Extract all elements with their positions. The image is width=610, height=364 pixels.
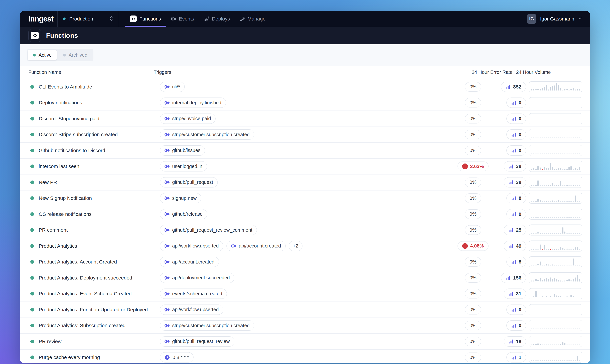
sparkline-bar	[556, 122, 557, 122]
sparkline-bar	[546, 217, 547, 218]
volume-value: 31	[516, 291, 521, 297]
sparkline-bar	[554, 328, 555, 329]
status-dot-icon	[30, 117, 34, 120]
sparkline-bar	[542, 249, 543, 250]
sparkline-bar	[556, 217, 557, 218]
volume-sparkline-chart	[529, 352, 582, 363]
volume-badge: 1	[506, 352, 526, 363]
event-trigger-badge: internal.deploy.finished	[160, 98, 226, 108]
sparkline-bar	[564, 249, 566, 250]
app-window: inngest Production Functions Events	[20, 11, 590, 363]
sparkline-bar	[542, 328, 543, 329]
sparkline-bar	[550, 138, 551, 138]
table-row[interactable]: CLI Events to Amplitude cli/* 0% 852	[20, 79, 590, 95]
sparkline-bar	[556, 154, 557, 154]
extra-triggers-badge[interactable]: +2	[289, 241, 302, 251]
sparkline-bar	[558, 200, 559, 202]
sparkline-bar	[548, 249, 549, 250]
sparkline-bar	[562, 360, 563, 361]
table-row[interactable]: Product Analytics: Account Created api/a…	[20, 254, 590, 270]
sparkline-bar	[564, 328, 566, 329]
sparkline-bar	[562, 297, 563, 297]
sparkline-bar	[575, 154, 576, 154]
sparkline-bar	[554, 360, 555, 361]
volume-sparkline-chart	[529, 81, 582, 92]
sparkline-bar	[535, 201, 537, 202]
error-rate-badge: !2.63%	[458, 161, 488, 171]
trigger-list: stripe/customer.subscription.created	[160, 129, 450, 140]
sparkline-bar	[552, 86, 553, 91]
sparkline-bar	[570, 233, 572, 234]
sparkline-bar	[543, 344, 545, 345]
trigger-label: events/schema.created	[172, 291, 222, 297]
sparkline-bar	[531, 265, 532, 265]
volume-value: 38	[516, 180, 521, 185]
table-row[interactable]: OS release notifications github/release …	[20, 206, 590, 222]
sparkline-bar	[531, 138, 532, 138]
sparkline-bar	[556, 233, 557, 234]
sparkline-bar	[543, 217, 545, 218]
tab-manage[interactable]: Manage	[235, 11, 271, 27]
sparkline-bar	[550, 360, 551, 361]
tab-functions[interactable]: Functions	[125, 11, 166, 27]
volume-sparkline-chart	[529, 193, 582, 204]
sparkline-bar	[554, 344, 555, 345]
table-row[interactable]: Github notifications to Discord github/i…	[20, 143, 590, 159]
user-menu[interactable]: IG Igor Gassmann	[527, 11, 583, 27]
tab-events[interactable]: Events	[166, 11, 199, 27]
table-row[interactable]: Product Analytics: Function Updated or D…	[20, 302, 590, 318]
table-row[interactable]: intercom last seen user.logged.in !2.63%…	[20, 159, 590, 175]
table-row[interactable]: Deploy notifications internal.deploy.fin…	[20, 95, 590, 111]
volume-badge: 31	[504, 288, 526, 299]
code-icon	[130, 15, 137, 22]
table-row[interactable]: New PR github/pull_request 0% 38	[20, 174, 590, 191]
functions-icon-button[interactable]	[28, 29, 41, 42]
signal-icon	[164, 308, 170, 312]
sparkline-bar	[546, 360, 547, 361]
environment-selector[interactable]: Production	[57, 11, 119, 27]
table-row[interactable]: Product Analytics api/workflow.upserteda…	[20, 238, 590, 254]
table-row[interactable]: Purge cache every morning 0 8 * * * 0% 1	[20, 350, 590, 363]
sparkline-bar	[550, 122, 551, 122]
filter-active[interactable]: Active	[28, 50, 57, 60]
sparkline-bar	[567, 280, 568, 282]
sparkline-bar	[540, 360, 541, 361]
sparkline-bar	[550, 344, 551, 345]
sparkline-bar	[573, 217, 574, 218]
sparkline-bar	[546, 122, 547, 122]
table-row[interactable]: Product Analytics: Subscription created …	[20, 318, 590, 334]
sparkline-bar	[577, 201, 578, 202]
sparkline-bar	[567, 313, 568, 313]
table-row[interactable]: PR comment github/pull_request_review_co…	[20, 222, 590, 238]
volume-value: 852	[513, 84, 521, 90]
table-row[interactable]: Discord: Stripe subscription created str…	[20, 127, 590, 143]
sparkline-bar	[535, 313, 537, 313]
filter-archived[interactable]: Archived	[58, 50, 93, 60]
event-trigger-badge: github/pull_request_review_comment	[160, 225, 257, 235]
event-trigger-badge: api/workflow.upserted	[160, 241, 223, 251]
volume-sparkline-chart	[529, 177, 582, 188]
table-row[interactable]: New Signup Notification signup.new 0% 8	[20, 191, 590, 207]
sparkline-bar	[569, 344, 570, 345]
table-row[interactable]: Product Analytics: Deployment succeeded …	[20, 270, 590, 286]
table-row[interactable]: Product Analytics: Event Schema Created …	[20, 286, 590, 302]
function-name: New Signup Notification	[39, 195, 92, 201]
error-rate-badge: 0%	[465, 193, 481, 203]
error-rate-badge: 0%	[465, 130, 481, 139]
table-row[interactable]: Discord: Stripe invoice paid stripe/invo…	[20, 111, 590, 127]
tab-deploys[interactable]: Deploys	[199, 11, 235, 27]
tab-label: Functions	[139, 16, 161, 22]
sparkline-bar	[567, 138, 568, 138]
trigger-label: api/workflow.upserted	[172, 307, 219, 312]
error-rate-badge: 0%	[465, 209, 481, 219]
status-dot-icon	[30, 244, 34, 248]
table-row[interactable]: PR review github/pull_request_review 0% …	[20, 334, 590, 350]
status-dot-icon	[30, 308, 34, 312]
sparkline-bar	[577, 185, 578, 186]
sparkline-bar	[537, 313, 539, 313]
volume-value: 0	[519, 211, 521, 217]
sparkline-bar	[556, 360, 557, 361]
sparkline-bar	[579, 138, 580, 138]
sparkline-bar	[575, 90, 576, 91]
volume-value: 8	[519, 195, 521, 201]
